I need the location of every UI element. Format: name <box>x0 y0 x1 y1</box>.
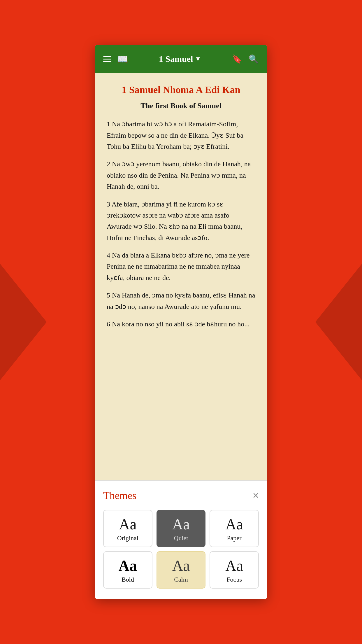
theme-paper-aa: Aa <box>225 517 243 532</box>
themes-panel: Themes × Aa Original Aa Quiet Aa Paper A… <box>95 480 267 599</box>
book-subtitle: The first Book of Samuel <box>107 102 255 110</box>
themes-header: Themes × <box>103 489 259 502</box>
verse-2: 2 Na ɔwɔ yerenom baanu, obiako din de Ha… <box>107 158 255 192</box>
theme-quiet[interactable]: Aa Quiet <box>157 510 206 547</box>
themes-grid: Aa Original Aa Quiet Aa Paper Aa Bold Aa… <box>103 510 259 589</box>
nav-title-text: 1 Samuel <box>159 54 193 64</box>
nav-left: 📖 <box>103 54 128 64</box>
theme-bold-aa: Aa <box>119 558 137 573</box>
theme-focus[interactable]: Aa Focus <box>210 551 259 589</box>
close-themes-button[interactable]: × <box>253 490 259 501</box>
book-icon[interactable]: 📖 <box>117 54 128 64</box>
content-area: 1 Samuel Nhoma A Edi Kan The first Book … <box>95 73 267 480</box>
nav-bar: 📖 1 Samuel ▼ 🔖 🔍 <box>95 45 267 73</box>
theme-quiet-label: Quiet <box>174 534 188 542</box>
verse-4: 4 Na da biara a Elkana bɛbɔ afɔre no, ɔm… <box>107 250 255 283</box>
theme-original-label: Original <box>117 534 138 542</box>
verse-3: 3 Afe biara, ɔbarima yi fi ne kurom kɔ s… <box>107 199 255 244</box>
theme-calm[interactable]: Aa Calm <box>157 551 206 589</box>
nav-right: 🔖 🔍 <box>232 54 259 64</box>
theme-bold-label: Bold <box>122 576 134 583</box>
theme-focus-label: Focus <box>226 576 242 583</box>
theme-calm-aa: Aa <box>172 558 190 573</box>
book-title: 1 Samuel Nhoma A Edi Kan <box>107 83 255 96</box>
theme-original-aa: Aa <box>119 517 137 532</box>
theme-focus-aa: Aa <box>225 558 243 573</box>
search-icon[interactable]: 🔍 <box>249 54 259 64</box>
bookmark-icon[interactable]: 🔖 <box>232 54 242 64</box>
theme-paper[interactable]: Aa Paper <box>210 510 259 547</box>
app-container: 📖 1 Samuel ▼ 🔖 🔍 1 Samuel Nhoma A Edi Ka… <box>95 45 267 599</box>
verse-5: 5 Na Hanah de, ɔma no kyɛfa baanu, efisɛ… <box>107 290 255 312</box>
theme-calm-label: Calm <box>174 576 188 583</box>
bg-decoration-left <box>0 264 47 380</box>
nav-dropdown-arrow: ▼ <box>195 55 201 63</box>
verse-6: 6 Na kora no nso yii no abii sɛ ɔde bɛhu… <box>107 318 255 330</box>
nav-title[interactable]: 1 Samuel ▼ <box>159 54 201 64</box>
theme-quiet-aa: Aa <box>172 517 190 532</box>
themes-title: Themes <box>103 489 136 502</box>
bg-decoration-right <box>315 264 362 380</box>
theme-bold[interactable]: Aa Bold <box>103 551 152 589</box>
theme-paper-label: Paper <box>227 534 242 542</box>
content-fade <box>95 463 267 480</box>
verse-1: 1 Na ɔbarima bi wɔ hɔ a ofi Ramataim-Sof… <box>107 118 255 152</box>
hamburger-menu-button[interactable] <box>103 56 111 62</box>
theme-original[interactable]: Aa Original <box>103 510 152 547</box>
